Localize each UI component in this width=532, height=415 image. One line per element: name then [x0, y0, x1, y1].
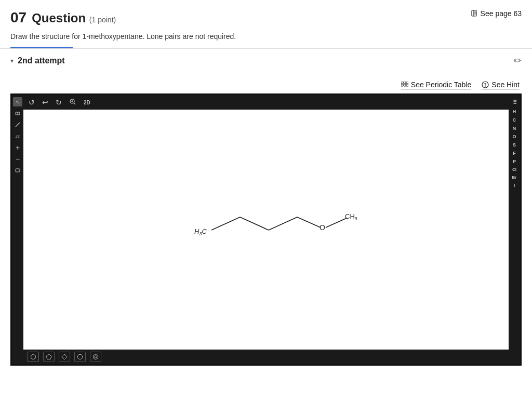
carbon-btn[interactable]: C — [510, 116, 519, 124]
pentagon-icon — [46, 353, 52, 360]
hexagon-icon — [30, 353, 36, 360]
zoom-icon — [69, 98, 76, 105]
svg-line-25 — [326, 218, 347, 227]
book-icon — [471, 10, 478, 17]
svg-marker-30 — [46, 354, 51, 359]
svg-line-24 — [297, 217, 321, 227]
svg-rect-0 — [472, 10, 476, 16]
periodic-table-link[interactable]: See Periodic Table — [401, 81, 471, 89]
benzene-tool-btn[interactable] — [90, 352, 101, 362]
2d-mode-btn[interactable]: 2D — [82, 99, 92, 106]
attempt-toggle[interactable]: ▾ 2nd attempt — [10, 56, 65, 65]
question-title: 07 Question (1 point) — [10, 9, 116, 26]
svg-line-23 — [269, 217, 297, 230]
rect-icon — [15, 167, 21, 173]
iodine-btn[interactable]: I — [510, 182, 519, 189]
svg-rect-16 — [16, 169, 20, 172]
redo-btn[interactable]: ↻ — [54, 97, 64, 108]
pencil-icon[interactable]: ✏ — [514, 55, 522, 66]
svg-rect-6 — [404, 82, 406, 84]
question-number: 07 — [10, 9, 26, 26]
svg-point-12 — [485, 86, 486, 87]
svg-point-32 — [77, 354, 82, 359]
pentagon-tool-btn[interactable] — [43, 352, 55, 362]
line-icon — [15, 122, 21, 128]
top-toolbar: ↺ ↩ ↻ 2D — [23, 95, 509, 110]
toolbar-area: See Periodic Table See Hint — [0, 73, 532, 93]
chevron-down-icon: ▾ — [10, 57, 14, 64]
zoom-out-btn[interactable]: − — [13, 154, 22, 164]
sulfur-btn[interactable]: S — [510, 141, 519, 149]
svg-text:CH3: CH3 — [345, 212, 357, 221]
svg-rect-8 — [401, 84, 403, 86]
attempt-label: 2nd attempt — [18, 56, 65, 65]
svg-line-21 — [211, 217, 240, 230]
rect-tool-btn[interactable] — [13, 166, 22, 175]
hexagon-tool-btn[interactable] — [28, 352, 39, 362]
text-tool-btn[interactable]: zz — [13, 131, 22, 141]
circle-icon — [77, 353, 83, 360]
question-label: Question (1 point) — [32, 11, 116, 25]
periodic-table-icon — [401, 82, 408, 88]
svg-marker-29 — [31, 354, 36, 359]
right-toolbar: ⠿ H C N O S F P Cl Br I — [509, 95, 520, 364]
svg-rect-7 — [406, 82, 408, 84]
question-instruction: Draw the structure for 1-methoxypentane.… — [0, 30, 532, 47]
attempt-section: ▾ 2nd attempt ✏ — [0, 49, 532, 73]
select-tool-btn[interactable]: ↖ — [13, 97, 22, 106]
zoom-in-btn[interactable]: + — [13, 143, 22, 152]
phosphorus-btn[interactable]: P — [510, 158, 519, 165]
page-header: 07 Question (1 point) See page 63 — [0, 0, 532, 30]
circle-tool-btn[interactable] — [74, 352, 86, 362]
editor-wrapper: ↺ ↩ ↻ 2D — [23, 95, 509, 364]
square-icon — [61, 353, 68, 360]
editor-canvas[interactable]: H3C O CH3 — [23, 95, 509, 350]
svg-point-34 — [95, 356, 97, 358]
svg-text:O: O — [320, 223, 325, 232]
svg-marker-33 — [94, 354, 98, 359]
oxygen-btn[interactable]: O — [510, 133, 519, 140]
svg-text:H3C: H3C — [194, 227, 207, 236]
molecule-svg: H3C O CH3 — [167, 189, 365, 256]
left-toolbar: ↖ zz + − — [12, 95, 23, 364]
svg-rect-9 — [404, 84, 406, 86]
bottom-toolbar — [23, 350, 509, 364]
fluorine-btn[interactable]: F — [510, 150, 519, 157]
eraser-tool-btn[interactable] — [13, 109, 22, 118]
svg-line-18 — [74, 103, 75, 104]
svg-rect-10 — [406, 84, 408, 86]
reset-btn[interactable]: ↺ — [26, 97, 37, 108]
undo-btn[interactable]: ↩ — [40, 97, 50, 108]
bromine-btn[interactable]: Br — [510, 174, 519, 181]
question-points: (1 point) — [89, 16, 116, 24]
hint-link[interactable]: See Hint — [482, 81, 520, 89]
chlorine-btn[interactable]: Cl — [510, 166, 519, 173]
molecule-editor: ↖ zz + − ↺ ↩ ↻ — [10, 93, 522, 366]
svg-marker-31 — [62, 354, 67, 359]
see-page-link[interactable]: See page 63 — [471, 9, 522, 18]
svg-rect-5 — [401, 82, 403, 84]
svg-line-22 — [240, 217, 269, 230]
grid-tool-btn[interactable]: ⠿ — [510, 98, 519, 107]
zoom-btn[interactable] — [67, 97, 78, 108]
benzene-icon — [92, 353, 99, 360]
square-tool-btn[interactable] — [59, 352, 70, 362]
nitrogen-btn[interactable]: N — [510, 125, 519, 132]
hydrogen-btn[interactable]: H — [510, 108, 519, 115]
hint-icon — [482, 81, 489, 88]
line-tool-btn[interactable] — [13, 120, 22, 129]
eraser-icon — [15, 110, 21, 116]
svg-line-15 — [16, 123, 20, 127]
